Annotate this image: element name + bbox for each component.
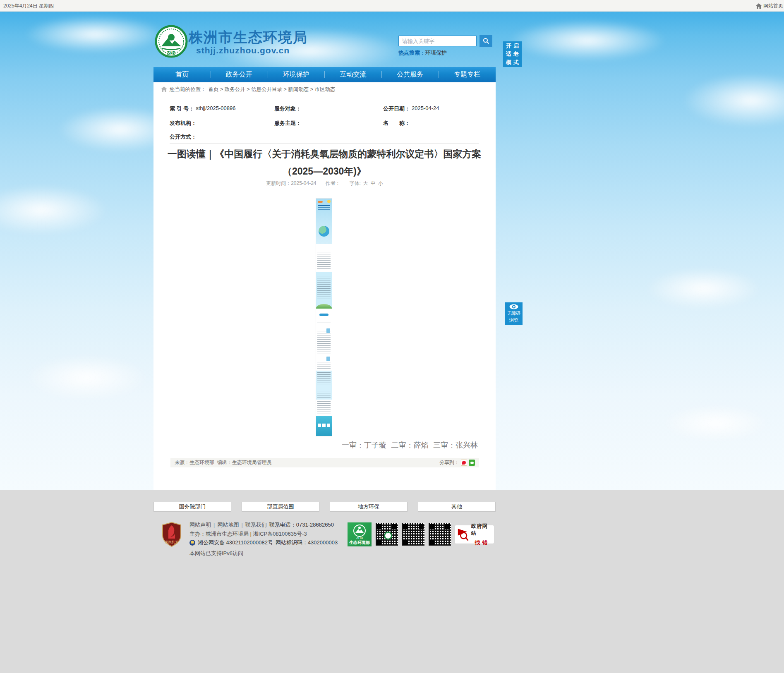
sun-graphic bbox=[327, 200, 331, 203]
doc-index-value: sthjj/2025-00896 bbox=[196, 105, 235, 113]
content-panel: 您当前的位置： 首页 > 政务公开 > 信息公开目录 > 新闻动态 > 市区动态… bbox=[153, 82, 496, 490]
article-title: 一图读懂｜《中国履行〈关于消耗臭氧层物质的蒙特利尔议定书〉国家方案（2025—2… bbox=[167, 145, 482, 180]
logo-abbr: ZHB bbox=[167, 51, 176, 55]
nav-item-special-topics[interactable]: 专题专栏 bbox=[439, 67, 496, 82]
breadcrumb-home-icon bbox=[161, 86, 167, 92]
breadcrumb-path[interactable]: 首页 > 政务公开 > 信息公开目录 > 新闻动态 > 市区动态 bbox=[209, 86, 336, 93]
footer-organizer: 主办：株洲市生态环境局 | 湘ICP备08100635号-3 bbox=[189, 530, 307, 538]
icon-block bbox=[326, 328, 330, 333]
wechat-share-icon[interactable] bbox=[469, 460, 475, 466]
update-time-label: 更新时间： bbox=[266, 180, 291, 186]
doc-agency-label: 发布机构： bbox=[170, 120, 197, 127]
doc-info-row: 索 引 号：sthjj/2025-00896 服务对象： 公开日期：2025-0… bbox=[170, 102, 479, 116]
doc-agency: 发布机构： bbox=[170, 120, 274, 127]
nav-item-environment[interactable]: 环境保护 bbox=[268, 67, 325, 82]
text-lines bbox=[317, 274, 331, 307]
error-report-icon bbox=[457, 527, 469, 541]
mee-name: 生态环境部 bbox=[349, 540, 370, 545]
qr-code-wechat bbox=[376, 523, 398, 546]
doc-info-row: 公开方式： bbox=[170, 130, 479, 144]
site-logo-icon: ZHB bbox=[155, 25, 188, 58]
breadcrumb: 您当前的位置： 首页 > 政务公开 > 信息公开目录 > 新闻动态 > 市区动态 bbox=[161, 85, 335, 94]
page: 2025年4月24日 星期四 网站首页 ZHB 株洲市生态环境局 sthjj.z… bbox=[0, 0, 784, 673]
font-size-label: 字体: bbox=[350, 180, 361, 187]
hot-search-term[interactable]: 环境保护 bbox=[425, 50, 447, 56]
footer-security: 湘公网安备 43021102000082号 网站标识码：4302000003 bbox=[189, 539, 338, 546]
font-size-medium[interactable]: 中 bbox=[371, 180, 376, 187]
search-input[interactable] bbox=[398, 36, 477, 46]
site-code: 网站标识码：4302000003 bbox=[276, 539, 338, 546]
section-pill bbox=[319, 314, 328, 316]
site-code-label: 网站标识码： bbox=[276, 539, 308, 546]
top-bar: 2025年4月24日 星期四 网站首页 bbox=[0, 0, 784, 12]
doc-name: 名 称： bbox=[383, 120, 479, 127]
qr-mini bbox=[327, 424, 330, 427]
footer-line-links: 网站声明 | 网站地图 | 联系我们 联系电话：0731-28682650 bbox=[189, 521, 334, 529]
site-url: sthjj.zhuzhou.gov.cn bbox=[196, 46, 290, 55]
error-report-line2: 找错 bbox=[475, 539, 490, 546]
icon-block bbox=[326, 357, 330, 361]
qr-code-mobile bbox=[402, 523, 424, 546]
infographic-text-block bbox=[316, 244, 332, 272]
gov-site-error-report-badge[interactable]: 政府网站 找错 bbox=[454, 525, 494, 544]
footer-link-contact[interactable]: 联系我们 bbox=[245, 521, 267, 529]
title-lines bbox=[318, 205, 330, 206]
qr-mini bbox=[322, 424, 326, 427]
cloud bbox=[683, 74, 784, 127]
doc-publish-date: 公开日期：2025-04-24 bbox=[383, 105, 479, 113]
doc-index: 索 引 号：sthjj/2025-00896 bbox=[170, 105, 274, 113]
elder-mode-line1: 开启 bbox=[506, 42, 521, 50]
nav-item-home[interactable]: 首页 bbox=[153, 67, 211, 82]
home-link[interactable]: 网站首页 bbox=[756, 0, 784, 12]
nav-item-public-service[interactable]: 公共服务 bbox=[381, 67, 439, 82]
footer-link-sitemap[interactable]: 网站地图 bbox=[217, 521, 239, 529]
search-button[interactable] bbox=[480, 35, 492, 47]
footer-links-other[interactable]: 其他 bbox=[418, 502, 496, 512]
share-label: 分享到： bbox=[439, 459, 459, 466]
infographic-image bbox=[316, 199, 332, 436]
accessibility-button[interactable]: 无障碍 浏览 bbox=[505, 302, 523, 325]
cloud bbox=[0, 185, 108, 235]
doc-publish-date-label: 公开日期： bbox=[383, 105, 410, 113]
font-size-large[interactable]: 大 bbox=[363, 180, 368, 187]
reviewers-line: 一审：丁子璇 二审：薛焰 三审：张兴林 bbox=[342, 440, 478, 450]
infographic-blue-box bbox=[316, 371, 332, 400]
weibo-share-icon[interactable] bbox=[461, 460, 467, 466]
accessibility-line1: 无障碍 bbox=[507, 310, 521, 316]
main-nav: 首页 政务公开 环境保护 互动交流 公共服务 专题专栏 bbox=[153, 67, 496, 82]
doc-method: 公开方式： bbox=[170, 133, 274, 141]
doc-name-label: 名 称： bbox=[383, 120, 410, 127]
source-bar: 来源：生态环境部 编辑：生态环境局管理员 分享到： bbox=[170, 458, 479, 467]
error-report-text: 政府网站 找错 bbox=[471, 523, 492, 546]
cloud bbox=[645, 268, 761, 309]
footer-links-local-env[interactable]: 地方环保 bbox=[330, 502, 408, 512]
title-pill bbox=[318, 201, 323, 203]
doc-publish-date-value: 2025-04-24 bbox=[412, 105, 439, 113]
doc-service-object-label: 服务对象： bbox=[274, 105, 301, 113]
font-size-small[interactable]: 小 bbox=[378, 180, 383, 187]
footer-links-state-council[interactable]: 国务院部门 bbox=[153, 502, 231, 512]
share-group: 分享到： bbox=[439, 459, 475, 466]
footer-link-statement[interactable]: 网站声明 bbox=[189, 521, 211, 529]
author: 作者： bbox=[326, 180, 340, 187]
current-date: 2025年4月24日 星期四 bbox=[3, 0, 54, 12]
nav-item-gov-info[interactable]: 政务公开 bbox=[211, 67, 268, 82]
accessibility-line2: 浏览 bbox=[509, 317, 518, 323]
nav-item-interaction[interactable]: 互动交流 bbox=[324, 67, 381, 82]
divider: | bbox=[241, 522, 242, 528]
divider-line bbox=[471, 538, 492, 538]
elder-mode-line2: 适老 bbox=[506, 50, 521, 58]
qr-mini bbox=[318, 424, 321, 427]
home-link-label: 网站首页 bbox=[763, 2, 783, 10]
site-code-value: 4302000003 bbox=[308, 539, 338, 546]
contact-phone: 联系电话：0731-28682650 bbox=[269, 521, 334, 529]
text-lines bbox=[317, 246, 331, 271]
doc-info-row: 发布机构： 服务主题： 名 称： bbox=[170, 116, 479, 130]
footer-links-ministry[interactable]: 部直属范围 bbox=[242, 502, 319, 512]
elder-mode-button[interactable]: 开启 适老 模式 bbox=[503, 41, 522, 67]
mee-logo-icon bbox=[353, 524, 366, 537]
eye-icon bbox=[509, 304, 518, 309]
breadcrumb-label: 您当前的位置： bbox=[170, 86, 206, 93]
doc-index-label: 索 引 号： bbox=[170, 105, 194, 113]
mee-logo-box: ZHB 生态环境部 bbox=[348, 522, 372, 546]
